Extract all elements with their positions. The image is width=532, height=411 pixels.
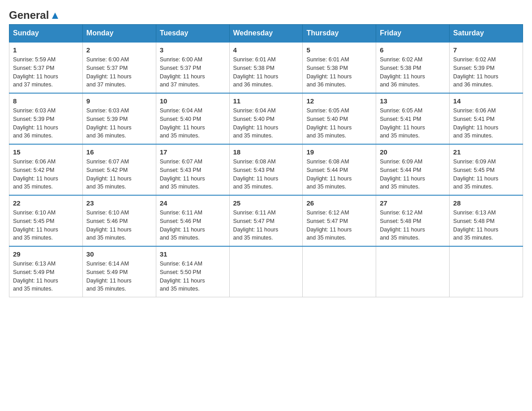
day-info: Sunrise: 6:00 AMSunset: 5:37 PMDaylight:… <box>86 56 132 88</box>
calendar-cell <box>303 246 376 297</box>
day-info: Sunrise: 6:01 AMSunset: 5:38 PMDaylight:… <box>233 56 279 88</box>
day-number: 16 <box>86 148 152 156</box>
day-number: 12 <box>306 97 372 105</box>
weekday-header-saturday: Saturday <box>450 25 523 43</box>
day-number: 30 <box>86 250 152 258</box>
day-info: Sunrise: 6:03 AMSunset: 5:39 PMDaylight:… <box>86 107 132 139</box>
calendar-cell: 3 Sunrise: 6:00 AMSunset: 5:37 PMDayligh… <box>156 42 229 93</box>
day-info: Sunrise: 6:12 AMSunset: 5:47 PMDaylight:… <box>306 210 352 241</box>
calendar-cell: 13 Sunrise: 6:05 AMSunset: 5:41 PMDaylig… <box>376 93 450 144</box>
week-row-5: 29 Sunrise: 6:13 AMSunset: 5:49 PMDaylig… <box>9 246 523 297</box>
day-info: Sunrise: 6:04 AMSunset: 5:40 PMDaylight:… <box>160 107 205 139</box>
calendar-cell: 21 Sunrise: 6:09 AMSunset: 5:45 PMDaylig… <box>450 144 523 195</box>
day-number: 5 <box>306 46 372 54</box>
page-header: General <box>9 9 523 20</box>
day-info: Sunrise: 6:06 AMSunset: 5:42 PMDaylight:… <box>13 158 58 190</box>
day-number: 7 <box>453 46 519 54</box>
calendar-cell: 4 Sunrise: 6:01 AMSunset: 5:38 PMDayligh… <box>229 42 303 93</box>
calendar-cell: 16 Sunrise: 6:07 AMSunset: 5:42 PMDaylig… <box>82 144 156 195</box>
day-number: 17 <box>160 148 226 156</box>
day-info: Sunrise: 5:59 AMSunset: 5:37 PMDaylight:… <box>13 56 58 88</box>
day-info: Sunrise: 6:09 AMSunset: 5:44 PMDaylight:… <box>380 158 425 190</box>
calendar-cell: 23 Sunrise: 6:10 AMSunset: 5:46 PMDaylig… <box>82 195 156 246</box>
day-number: 27 <box>380 199 446 207</box>
calendar-cell: 25 Sunrise: 6:11 AMSunset: 5:47 PMDaylig… <box>229 195 303 246</box>
day-info: Sunrise: 6:02 AMSunset: 5:39 PMDaylight:… <box>453 56 498 88</box>
day-info: Sunrise: 6:11 AMSunset: 5:46 PMDaylight:… <box>160 210 205 241</box>
day-number: 21 <box>453 148 519 156</box>
day-number: 26 <box>306 199 372 207</box>
calendar-cell: 29 Sunrise: 6:13 AMSunset: 5:49 PMDaylig… <box>9 246 83 297</box>
day-info: Sunrise: 6:09 AMSunset: 5:45 PMDaylight:… <box>453 158 498 190</box>
day-info: Sunrise: 6:07 AMSunset: 5:43 PMDaylight:… <box>160 158 205 190</box>
svg-marker-0 <box>52 13 58 19</box>
day-info: Sunrise: 6:01 AMSunset: 5:38 PMDaylight:… <box>306 56 352 88</box>
day-info: Sunrise: 6:05 AMSunset: 5:41 PMDaylight:… <box>380 107 425 139</box>
calendar-cell: 19 Sunrise: 6:08 AMSunset: 5:44 PMDaylig… <box>303 144 376 195</box>
week-row-1: 1 Sunrise: 5:59 AMSunset: 5:37 PMDayligh… <box>9 42 523 93</box>
day-info: Sunrise: 6:08 AMSunset: 5:44 PMDaylight:… <box>306 158 352 190</box>
day-number: 15 <box>13 148 79 156</box>
day-info: Sunrise: 6:00 AMSunset: 5:37 PMDaylight:… <box>160 56 205 88</box>
weekday-header-wednesday: Wednesday <box>229 25 303 43</box>
weekday-header-friday: Friday <box>376 25 450 43</box>
day-number: 18 <box>233 148 299 156</box>
day-number: 1 <box>13 46 79 54</box>
calendar-cell <box>376 246 450 297</box>
calendar-table: SundayMondayTuesdayWednesdayThursdayFrid… <box>9 24 523 297</box>
day-info: Sunrise: 6:10 AMSunset: 5:46 PMDaylight:… <box>86 210 132 241</box>
calendar-cell: 18 Sunrise: 6:08 AMSunset: 5:43 PMDaylig… <box>229 144 303 195</box>
day-info: Sunrise: 6:04 AMSunset: 5:40 PMDaylight:… <box>233 107 279 139</box>
day-info: Sunrise: 6:13 AMSunset: 5:49 PMDaylight:… <box>13 261 58 292</box>
calendar-cell: 11 Sunrise: 6:04 AMSunset: 5:40 PMDaylig… <box>229 93 303 144</box>
calendar-cell: 2 Sunrise: 6:00 AMSunset: 5:37 PMDayligh… <box>82 42 156 93</box>
weekday-header-monday: Monday <box>82 25 156 43</box>
calendar-cell: 30 Sunrise: 6:14 AMSunset: 5:49 PMDaylig… <box>82 246 156 297</box>
calendar-cell: 12 Sunrise: 6:05 AMSunset: 5:40 PMDaylig… <box>303 93 376 144</box>
calendar-cell: 1 Sunrise: 5:59 AMSunset: 5:37 PMDayligh… <box>9 42 83 93</box>
calendar-cell: 22 Sunrise: 6:10 AMSunset: 5:45 PMDaylig… <box>9 195 83 246</box>
weekday-header-thursday: Thursday <box>303 25 376 43</box>
calendar-cell: 14 Sunrise: 6:06 AMSunset: 5:41 PMDaylig… <box>450 93 523 144</box>
calendar-cell: 6 Sunrise: 6:02 AMSunset: 5:38 PMDayligh… <box>376 42 450 93</box>
day-info: Sunrise: 6:02 AMSunset: 5:38 PMDaylight:… <box>380 56 425 88</box>
calendar-header: SundayMondayTuesdayWednesdayThursdayFrid… <box>9 25 523 43</box>
week-row-4: 22 Sunrise: 6:10 AMSunset: 5:45 PMDaylig… <box>9 195 523 246</box>
day-number: 29 <box>13 250 79 258</box>
calendar-cell: 10 Sunrise: 6:04 AMSunset: 5:40 PMDaylig… <box>156 93 229 144</box>
calendar-cell: 8 Sunrise: 6:03 AMSunset: 5:39 PMDayligh… <box>9 93 83 144</box>
weekday-header-row: SundayMondayTuesdayWednesdayThursdayFrid… <box>9 25 523 43</box>
day-info: Sunrise: 6:05 AMSunset: 5:40 PMDaylight:… <box>306 107 352 139</box>
calendar-cell <box>450 246 523 297</box>
logo-general-text: General <box>9 9 49 21</box>
day-info: Sunrise: 6:03 AMSunset: 5:39 PMDaylight:… <box>13 107 58 139</box>
calendar-cell: 17 Sunrise: 6:07 AMSunset: 5:43 PMDaylig… <box>156 144 229 195</box>
day-number: 2 <box>86 46 152 54</box>
day-number: 23 <box>86 199 152 207</box>
day-info: Sunrise: 6:12 AMSunset: 5:48 PMDaylight:… <box>380 210 425 241</box>
day-number: 10 <box>160 97 226 105</box>
day-number: 14 <box>453 97 519 105</box>
weekday-header-tuesday: Tuesday <box>156 25 229 43</box>
calendar-cell: 15 Sunrise: 6:06 AMSunset: 5:42 PMDaylig… <box>9 144 83 195</box>
day-number: 9 <box>86 97 152 105</box>
calendar-cell: 27 Sunrise: 6:12 AMSunset: 5:48 PMDaylig… <box>376 195 450 246</box>
calendar-cell: 24 Sunrise: 6:11 AMSunset: 5:46 PMDaylig… <box>156 195 229 246</box>
day-info: Sunrise: 6:14 AMSunset: 5:49 PMDaylight:… <box>86 261 132 292</box>
day-number: 22 <box>13 199 79 207</box>
calendar-cell: 31 Sunrise: 6:14 AMSunset: 5:50 PMDaylig… <box>156 246 229 297</box>
day-info: Sunrise: 6:06 AMSunset: 5:41 PMDaylight:… <box>453 107 498 139</box>
day-info: Sunrise: 6:11 AMSunset: 5:47 PMDaylight:… <box>233 210 279 241</box>
calendar-cell: 28 Sunrise: 6:13 AMSunset: 5:48 PMDaylig… <box>450 195 523 246</box>
day-info: Sunrise: 6:10 AMSunset: 5:45 PMDaylight:… <box>13 210 58 241</box>
weekday-header-sunday: Sunday <box>9 25 83 43</box>
logo-triangle-icon <box>50 11 60 21</box>
calendar-cell: 5 Sunrise: 6:01 AMSunset: 5:38 PMDayligh… <box>303 42 376 93</box>
day-number: 8 <box>13 97 79 105</box>
day-number: 13 <box>380 97 446 105</box>
logo: General <box>9 9 60 20</box>
day-number: 24 <box>160 199 226 207</box>
day-number: 20 <box>380 148 446 156</box>
calendar-cell: 20 Sunrise: 6:09 AMSunset: 5:44 PMDaylig… <box>376 144 450 195</box>
calendar-body: 1 Sunrise: 5:59 AMSunset: 5:37 PMDayligh… <box>9 42 523 297</box>
